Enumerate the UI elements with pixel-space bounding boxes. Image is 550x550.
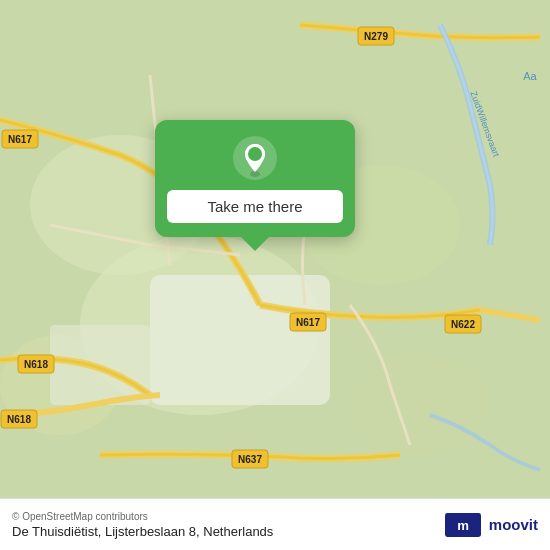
svg-point-28: [248, 147, 262, 161]
svg-text:m: m: [457, 517, 469, 532]
svg-point-4: [350, 355, 490, 455]
svg-text:N637: N637: [238, 454, 262, 465]
copyright-text: © OpenStreetMap contributors: [12, 511, 273, 522]
location-pin-icon: [233, 136, 277, 180]
moovit-icon: m: [445, 507, 481, 543]
moovit-text: moovit: [489, 516, 538, 533]
map-svg: N279 N617 N617 N618 N618 N622 N637 ZuidW…: [0, 0, 550, 550]
svg-text:N279: N279: [364, 31, 388, 42]
bottom-info: © OpenStreetMap contributors De Thuisdië…: [12, 511, 273, 539]
moovit-logo: m moovit: [445, 507, 538, 543]
svg-text:N617: N617: [296, 317, 320, 328]
address-text: De Thuisdiëtist, Lijsterbeslaan 8, Nethe…: [12, 524, 273, 539]
take-me-there-button[interactable]: Take me there: [167, 190, 343, 223]
map-container: N279 N617 N617 N618 N618 N622 N637 ZuidW…: [0, 0, 550, 550]
popup-card: Take me there: [155, 120, 355, 237]
svg-text:N622: N622: [451, 319, 475, 330]
svg-text:N617: N617: [8, 134, 32, 145]
svg-text:Aa: Aa: [523, 70, 537, 82]
svg-text:N618: N618: [7, 414, 31, 425]
svg-text:N618: N618: [24, 359, 48, 370]
bottom-bar: © OpenStreetMap contributors De Thuisdië…: [0, 498, 550, 550]
